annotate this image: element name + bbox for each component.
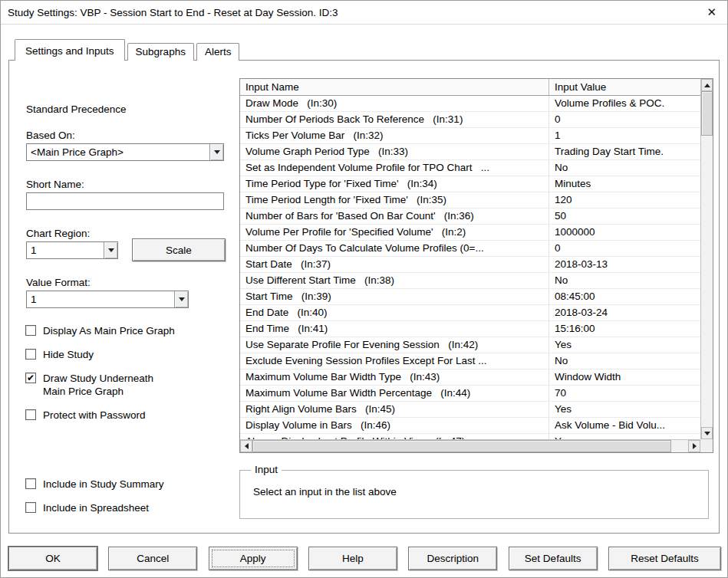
arrow-right-icon xyxy=(693,443,697,449)
scroll-left-button[interactable] xyxy=(240,440,252,452)
study-settings-dialog: Study Settings: VBP - Session Start to E… xyxy=(0,0,728,578)
short-name-input[interactable] xyxy=(26,192,224,210)
reset-defaults-button[interactable]: Reset Defaults xyxy=(608,547,721,570)
input-name-cell: Maximum Volume Bar Width Percentage (In:… xyxy=(240,386,549,401)
table-row[interactable]: Volume Per Profile for 'Specified Volume… xyxy=(240,225,700,241)
checkbox-display-as-main-price-graph[interactable]: Display As Main Price Graph xyxy=(25,324,175,337)
input-name-cell: Time Period Length for 'Fixed Time' (In:… xyxy=(240,192,549,208)
help-button[interactable]: Help xyxy=(308,547,397,570)
input-value-cell: 08:45:00 xyxy=(549,289,700,304)
column-header-input-value[interactable]: Input Value xyxy=(549,79,700,95)
input-name-cell: Number Of Periods Back To Reference (In:… xyxy=(240,112,549,127)
input-value-cell: 15:16:00 xyxy=(549,321,700,337)
scroll-up-button[interactable] xyxy=(701,79,713,91)
table-row[interactable]: Start Time (In:39) 08:45:00 xyxy=(240,289,700,305)
vertical-scroll-thumb[interactable] xyxy=(701,91,713,136)
checkbox-label: Include in Study Summary xyxy=(43,478,164,491)
table-row[interactable]: Maximum Volume Bar Width Percentage (In:… xyxy=(240,386,700,402)
table-row[interactable]: Always Display Last Profile Within View … xyxy=(240,434,700,439)
titlebar: Study Settings: VBP - Session Start to E… xyxy=(1,1,727,25)
table-row[interactable]: Time Period Length for 'Fixed Time' (In:… xyxy=(240,192,700,209)
cancel-button[interactable]: Cancel xyxy=(108,547,197,570)
table-row[interactable]: Use Different Start Time (In:38) No xyxy=(240,273,700,289)
table-row[interactable]: End Date (In:40) 2018-03-24 xyxy=(240,305,700,321)
ok-button[interactable]: OK xyxy=(8,547,97,570)
checkbox-label: Draw Study Underneath Main Price Graph xyxy=(43,372,153,398)
input-group-message: Select an input in the list above xyxy=(253,486,397,498)
inputs-table-main: Input Name Input Value Draw Mode (In:30)… xyxy=(240,79,700,439)
table-row[interactable]: Exclude Evening Session Profiles Except … xyxy=(240,353,700,369)
input-value-cell: Volume Profiles & POC. xyxy=(549,96,700,111)
chart-region-label: Chart Region: xyxy=(26,228,90,239)
table-row[interactable]: Volume Graph Period Type (In:33) Trading… xyxy=(240,144,700,160)
input-name-cell: Exclude Evening Session Profiles Except … xyxy=(240,353,549,369)
chevron-down-icon[interactable] xyxy=(104,242,117,258)
inputs-table-header: Input Name Input Value xyxy=(240,79,700,96)
table-row[interactable]: Number of Bars for 'Based On Bar Count' … xyxy=(240,209,700,225)
horizontal-scroll-track[interactable] xyxy=(671,440,688,452)
table-row[interactable]: Time Period Type for 'Fixed Time' (In:34… xyxy=(240,176,700,192)
table-row[interactable]: Display Volume in Bars (In:46) Ask Volum… xyxy=(240,418,700,434)
input-value-cell: Minutes xyxy=(549,176,700,192)
table-row[interactable]: Ticks Per Volume Bar (In:32) 1 xyxy=(240,128,700,144)
chevron-down-icon[interactable] xyxy=(209,144,223,160)
table-row[interactable]: Start Date (In:37) 2018-03-13 xyxy=(240,257,700,273)
scroll-right-button[interactable] xyxy=(688,440,700,452)
input-value-cell: 50 xyxy=(549,209,700,224)
table-row[interactable]: Number Of Periods Back To Reference (In:… xyxy=(240,112,700,128)
input-value-cell: Trading Day Start Time. xyxy=(549,144,700,159)
input-group-title: Input xyxy=(251,464,282,475)
button-row: OKCancelApplyHelpDescriptionSet Defaults… xyxy=(8,547,721,570)
horizontal-scroll-thumb[interactable] xyxy=(252,440,671,452)
column-header-input-name[interactable]: Input Name xyxy=(240,79,549,95)
input-value-cell: 1000000 xyxy=(549,225,700,240)
chart-region-dropdown[interactable]: 1 xyxy=(26,241,118,259)
table-row[interactable]: Use Separate Profile For Evening Session… xyxy=(240,337,700,353)
input-value-cell: 0 xyxy=(549,241,700,256)
scroll-down-button[interactable] xyxy=(701,427,713,439)
tab-subgraphs[interactable]: Subgraphs xyxy=(127,43,194,61)
chevron-down-icon[interactable] xyxy=(174,291,188,307)
table-row[interactable]: Right Align Volume Bars (In:45) Yes xyxy=(240,402,700,418)
input-value-cell: 2018-03-24 xyxy=(549,305,700,320)
checkbox-box[interactable] xyxy=(25,325,36,336)
vertical-scroll-track[interactable] xyxy=(701,136,713,427)
checkbox-box[interactable] xyxy=(25,409,36,420)
based-on-dropdown[interactable]: <Main Price Graph> xyxy=(26,143,224,161)
vertical-scrollbar[interactable] xyxy=(700,79,713,439)
checkbox-protect-with-password[interactable]: Protect with Password xyxy=(25,409,175,422)
table-row[interactable]: Maximum Volume Bar Width Type (In:43) Wi… xyxy=(240,369,700,386)
checkbox-include-in-spreadsheet[interactable]: Include in Spreadsheet xyxy=(25,501,164,514)
horizontal-scrollbar[interactable] xyxy=(240,439,700,452)
close-icon[interactable]: ✕ xyxy=(707,5,716,19)
checkbox-hide-study[interactable]: Hide Study xyxy=(25,348,175,361)
input-name-cell: Use Different Start Time (In:38) xyxy=(240,273,549,288)
table-row[interactable]: Draw Mode (In:30) Volume Profiles & POC. xyxy=(240,96,700,112)
apply-button[interactable]: Apply xyxy=(209,547,298,570)
input-name-cell: Maximum Volume Bar Width Type (In:43) xyxy=(240,369,549,385)
description-button[interactable]: Description xyxy=(408,547,497,570)
checkbox-box[interactable]: ✔ xyxy=(25,373,36,383)
tab-alerts[interactable]: Alerts xyxy=(196,43,240,61)
checkbox-box[interactable] xyxy=(25,349,36,360)
checkbox-draw-study-underneath[interactable]: ✔ Draw Study Underneath Main Price Graph xyxy=(25,372,175,398)
checkbox-box[interactable] xyxy=(25,502,36,513)
based-on-label: Based On: xyxy=(26,130,75,141)
input-value-cell: No xyxy=(549,273,700,288)
checkbox-box[interactable] xyxy=(25,478,36,489)
table-row[interactable]: Number Of Days To Calculate Volume Profi… xyxy=(240,241,700,257)
value-format-dropdown[interactable]: 1 xyxy=(26,291,189,308)
table-row[interactable]: End Time (In:41) 15:16:00 xyxy=(240,321,700,337)
input-value-cell: 70 xyxy=(549,386,700,401)
scale-button[interactable]: Scale xyxy=(132,238,226,261)
input-value-cell: Yes xyxy=(549,337,700,353)
input-name-cell: Draw Mode (In:30) xyxy=(240,96,549,111)
tab-label: Subgraphs xyxy=(136,46,186,57)
checkbox-include-in-study-summary[interactable]: Include in Study Summary xyxy=(25,478,164,491)
input-name-cell: Number Of Days To Calculate Volume Profi… xyxy=(240,241,549,256)
set-defaults-button[interactable]: Set Defaults xyxy=(509,547,598,570)
table-row[interactable]: Set as Independent Volume Profile for TP… xyxy=(240,160,700,176)
tab-settings-and-inputs[interactable]: Settings and Inputs xyxy=(15,39,125,61)
input-value-cell: Yes xyxy=(549,402,700,417)
settings-and-inputs-panel: Standard Precedence Based On: <Main Pric… xyxy=(8,60,720,534)
